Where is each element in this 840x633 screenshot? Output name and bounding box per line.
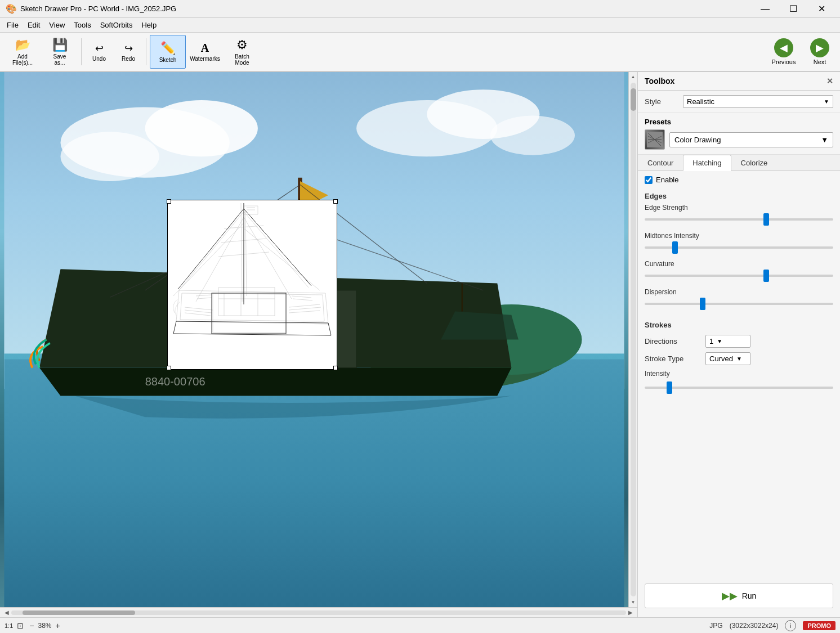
previous-label: Previous: [772, 59, 796, 65]
scroll-left-arrow[interactable]: ◀: [2, 608, 11, 617]
menu-help[interactable]: Help: [137, 18, 161, 32]
dispersion-label: Dispersion: [645, 288, 833, 296]
zoom-in-button[interactable]: +: [54, 621, 62, 630]
toolbox-header: Toolbox ✕: [638, 72, 840, 91]
curvature-slider-container: [645, 270, 833, 281]
stroke-type-dropdown[interactable]: Curved ▼: [705, 352, 750, 365]
batch-mode-button[interactable]: ⚙ BatchMode: [224, 35, 260, 69]
run-icon: ▶▶: [722, 590, 738, 602]
next-label: Next: [814, 59, 826, 65]
menu-view[interactable]: View: [44, 18, 69, 32]
window-title: Sketch Drawer Pro - PC World - IMG_2052.…: [20, 5, 176, 13]
app-icon: 🎨: [6, 3, 17, 14]
zoom-controls: 1:1 ⊡ − 38% +: [5, 621, 62, 630]
directions-dropdown-arrow: ▼: [717, 338, 722, 344]
enable-checkbox[interactable]: [645, 176, 653, 184]
curvature-label: Curvature: [645, 260, 833, 268]
svg-point-2: [145, 100, 258, 156]
canvas-area[interactable]: 8840-00706: [0, 72, 628, 607]
undo-button[interactable]: ↩ Undo: [85, 35, 113, 69]
add-files-label: AddFile(s)...: [12, 53, 33, 66]
zoom-fit-button[interactable]: ⊡: [15, 621, 25, 630]
image-dimensions: (3022x3022x24): [730, 622, 779, 630]
scroll-up-arrow[interactable]: ▲: [630, 72, 637, 82]
midtones-intensity-label: Midtones Intensity: [645, 232, 833, 240]
presets-dropdown-arrow: ▼: [821, 136, 828, 144]
save-as-button[interactable]: 💾 Saveas...: [42, 35, 78, 69]
midtones-intensity-slider-container: [645, 242, 833, 253]
menu-edit[interactable]: Edit: [23, 18, 44, 32]
next-button[interactable]: ▶ Next: [804, 35, 835, 69]
dispersion-slider-container: [645, 298, 833, 309]
previous-icon: ◀: [774, 38, 793, 57]
zoom-level: 38%: [38, 622, 51, 630]
dispersion-slider[interactable]: [645, 303, 833, 305]
previous-button[interactable]: ◀ Previous: [768, 35, 799, 69]
scroll-thumb[interactable]: [631, 88, 636, 111]
edge-strength-slider-container: [645, 214, 833, 225]
menu-softorbits[interactable]: SoftOrbits: [96, 18, 137, 32]
intensity-label: Intensity: [645, 370, 833, 380]
directions-dropdown[interactable]: 1 ▼: [705, 335, 750, 348]
tab-contour[interactable]: Contour: [638, 155, 683, 170]
scroll-right-arrow[interactable]: ▶: [626, 608, 635, 617]
maximize-button[interactable]: ☐: [780, 0, 806, 18]
curvature-slider[interactable]: [645, 275, 833, 277]
tab-colorize[interactable]: Colorize: [731, 155, 778, 170]
minimize-button[interactable]: —: [752, 0, 778, 18]
title-bar-controls[interactable]: — ☐ ✕: [752, 0, 834, 18]
run-button[interactable]: ▶▶ Run: [645, 583, 833, 608]
toolbox-close-button[interactable]: ✕: [826, 77, 833, 86]
toolbox-panel: Toolbox ✕ Style Realistic ▼ Presets: [637, 72, 840, 617]
watermarks-icon: A: [201, 42, 209, 55]
toolbar: 📂 AddFile(s)... 💾 Saveas... ↩ Undo ↪ Red…: [0, 33, 840, 72]
next-icon: ▶: [810, 38, 829, 57]
stroke-type-dropdown-arrow: ▼: [736, 356, 742, 362]
main-container: 8840-00706: [0, 72, 840, 617]
scroll-down-arrow[interactable]: ▼: [630, 598, 637, 607]
stroke-type-label: Stroke Type: [645, 354, 701, 363]
midtones-intensity-row: Midtones Intensity: [638, 230, 840, 258]
edge-strength-slider[interactable]: [645, 218, 833, 221]
menu-tools[interactable]: Tools: [69, 18, 95, 32]
undo-label: Undo: [92, 56, 106, 62]
zoom-out-button[interactable]: −: [28, 621, 35, 630]
style-label: Style: [645, 97, 678, 106]
style-row: Style Realistic ▼: [638, 91, 840, 113]
style-dropdown-arrow: ▼: [824, 98, 829, 105]
close-button[interactable]: ✕: [808, 0, 834, 18]
menu-file[interactable]: File: [2, 18, 23, 32]
scroll-track[interactable]: [631, 83, 636, 596]
toolbox-title: Toolbox: [645, 77, 674, 86]
directions-value: 1: [709, 337, 713, 345]
edge-strength-label: Edge Strength: [645, 204, 833, 212]
stroke-type-row: Stroke Type Curved ▼: [645, 352, 833, 365]
tab-hatching[interactable]: Hatching: [683, 155, 731, 171]
image-format: JPG: [709, 622, 722, 630]
redo-button[interactable]: ↪ Redo: [114, 35, 142, 69]
svg-rect-28: [168, 200, 337, 369]
info-button[interactable]: i: [785, 620, 796, 631]
watermarks-button[interactable]: A Watermarks: [187, 35, 223, 69]
h-scroll-thumb[interactable]: [23, 610, 135, 615]
h-scroll-track[interactable]: [11, 610, 626, 615]
style-dropdown[interactable]: Realistic ▼: [683, 95, 833, 108]
midtones-intensity-slider[interactable]: [645, 246, 833, 249]
batch-mode-icon: ⚙: [236, 38, 248, 52]
redo-icon: ↪: [124, 42, 133, 55]
undo-icon: ↩: [95, 42, 104, 55]
save-as-icon: 💾: [52, 38, 68, 52]
strokes-heading: Strokes: [638, 317, 840, 330]
enable-label: Enable: [656, 176, 678, 184]
curvature-row: Curvature: [638, 258, 840, 286]
intensity-slider[interactable]: [645, 387, 833, 389]
promo-badge[interactable]: PROMO: [803, 621, 835, 630]
redo-label: Redo: [122, 56, 135, 62]
add-files-button[interactable]: 📂 AddFile(s)...: [5, 35, 41, 69]
horizontal-scrollbar: ◀ ▶: [0, 607, 637, 617]
presets-label: Presets: [645, 118, 833, 126]
presets-dropdown[interactable]: Color Drawing ▼: [669, 132, 833, 147]
stroke-type-value: Curved: [709, 354, 733, 363]
status-right: JPG (3022x3022x24) i PROMO: [709, 620, 835, 631]
sketch-button[interactable]: ✏️ Sketch: [150, 35, 186, 69]
